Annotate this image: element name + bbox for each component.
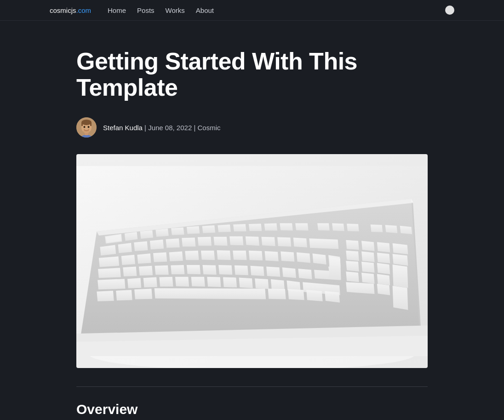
main-content: Getting Started With This Template (27, 21, 477, 420)
section-divider (76, 386, 428, 387)
svg-rect-5 (81, 122, 83, 126)
svg-point-4 (81, 120, 92, 125)
avatar (76, 117, 97, 138)
nav-link-about[interactable]: About (196, 6, 214, 14)
hero-image (76, 154, 428, 368)
brand-text: cosmicjs.com (50, 6, 91, 14)
keyboard-svg (76, 154, 428, 368)
nav-link-posts[interactable]: Posts (137, 6, 155, 14)
overview-heading: Overview (76, 402, 428, 417)
hero-image-container (76, 154, 428, 368)
theme-toggle-button[interactable] (445, 6, 454, 15)
author-meta: Stefan Kudla | June 08, 2022 | Cosmic (103, 124, 221, 132)
author-row: Stefan Kudla | June 08, 2022 | Cosmic (76, 117, 428, 138)
author-separator: | (144, 124, 148, 132)
post-category: Cosmic (198, 124, 221, 132)
svg-point-9 (83, 130, 90, 132)
author-name: Stefan Kudla (103, 124, 143, 132)
svg-rect-6 (90, 122, 92, 126)
author-separator-2: | (194, 124, 197, 132)
svg-point-7 (84, 126, 86, 128)
nav-brand[interactable]: cosmicjs.com (50, 6, 91, 14)
nav-link-home[interactable]: Home (108, 6, 126, 14)
nav-links: Home Posts Works About (108, 6, 432, 14)
nav-link-works[interactable]: Works (166, 6, 185, 14)
navbar: cosmicjs.com Home Posts Works About (0, 0, 504, 21)
post-date: June 08, 2022 (148, 124, 192, 132)
svg-point-8 (88, 126, 90, 128)
avatar-image (76, 117, 97, 138)
post-title: Getting Started With This Template (76, 48, 428, 101)
